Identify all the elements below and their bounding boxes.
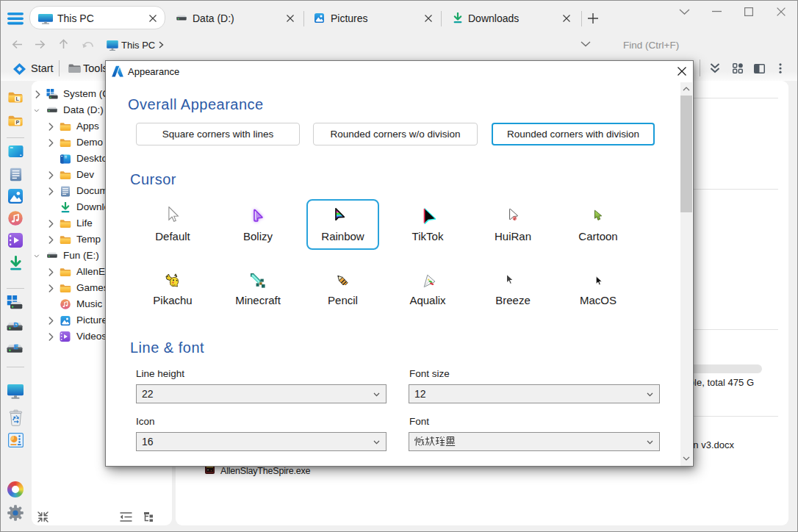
svg-text:E: E [14, 344, 18, 351]
svg-text:P: P [15, 120, 19, 125]
svg-text:L: L [16, 96, 20, 101]
svg-text:D: D [14, 322, 19, 328]
